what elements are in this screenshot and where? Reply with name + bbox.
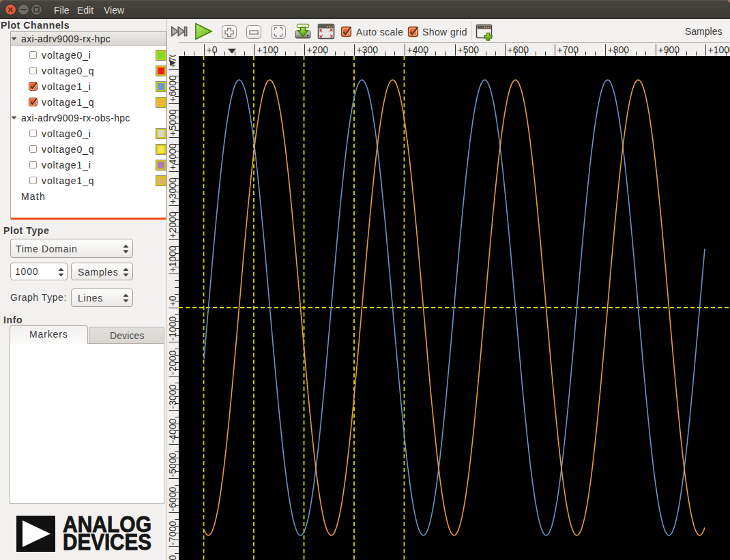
svg-text:+200: +200 [307, 44, 329, 55]
svg-text:-5000: -5000 [167, 452, 178, 477]
svg-text:-1000: -1000 [167, 316, 178, 340]
svg-text:+500: +500 [458, 44, 480, 55]
svg-text:+100: +100 [257, 44, 279, 55]
svg-text:+800: +800 [608, 44, 630, 55]
svg-text:+1000: +1000 [708, 44, 730, 55]
svg-text:+300: +300 [357, 44, 379, 55]
svg-text:+3000: +3000 [167, 177, 178, 205]
svg-text:-6000: -6000 [167, 486, 178, 511]
svg-text:+900: +900 [658, 44, 680, 55]
svg-text:+4000: +4000 [167, 143, 178, 171]
svg-text:+0: +0 [207, 44, 218, 55]
svg-text:DEVICES: DEVICES [63, 529, 151, 552]
svg-text:+6000: +6000 [167, 75, 178, 102]
svg-text:+1000: +1000 [167, 246, 178, 273]
svg-text:-8000: -8000 [167, 555, 178, 560]
svg-text:+0: +0 [167, 295, 178, 306]
svg-text:+400: +400 [407, 44, 429, 55]
svg-text:+700: +700 [557, 44, 579, 55]
svg-text:-7000: -7000 [167, 520, 178, 545]
svg-text:+5000: +5000 [167, 109, 178, 136]
svg-text:-4000: -4000 [167, 418, 178, 443]
svg-text:+600: +600 [508, 44, 529, 55]
svg-text:-3000: -3000 [167, 384, 178, 409]
svg-text:+2000: +2000 [167, 211, 178, 239]
svg-text:-2000: -2000 [167, 350, 178, 374]
